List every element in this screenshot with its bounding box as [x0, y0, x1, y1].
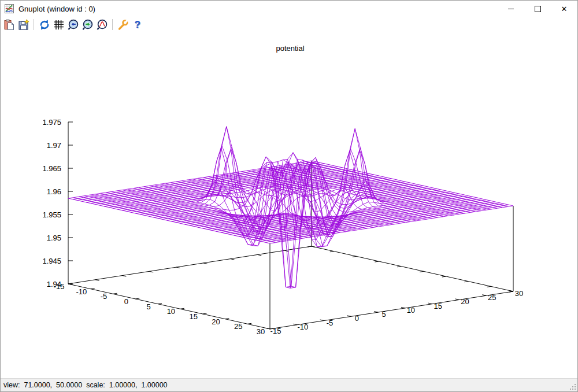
- copy-to-clipboard-icon: [3, 19, 15, 31]
- svg-text:20: 20: [461, 297, 469, 306]
- svg-text:1.94: 1.94: [47, 280, 61, 289]
- svg-text:5: 5: [146, 302, 150, 311]
- svg-text:1.975: 1.975: [42, 118, 61, 127]
- maximize-button[interactable]: [524, 1, 551, 17]
- title-bar[interactable]: Gnuplot (window id : 0) ✕: [1, 1, 577, 17]
- plot-title: potential: [276, 44, 304, 53]
- zoom-next-icon: [82, 19, 94, 31]
- toolbar: ? ?: [1, 17, 577, 33]
- svg-text:5: 5: [381, 310, 386, 319]
- help-icon: ? ?: [132, 19, 143, 31]
- svg-text:?: ?: [134, 19, 140, 30]
- plot-area[interactable]: potential-15-10-5051015202530-15-10-5051…: [1, 32, 578, 380]
- replot-refresh-icon: [39, 19, 50, 31]
- zoom-previous-icon: [68, 19, 79, 31]
- gnuplot-logo-icon: [5, 4, 14, 13]
- window-controls: ✕: [498, 1, 577, 17]
- svg-text:1.965: 1.965: [42, 164, 61, 173]
- zoom-previous-button[interactable]: [66, 18, 80, 31]
- options-button[interactable]: [116, 18, 129, 31]
- svg-text:1.96: 1.96: [47, 187, 61, 196]
- surface-mesh: [68, 127, 513, 289]
- autoscale-icon: [97, 19, 108, 31]
- svg-text:-5: -5: [327, 319, 334, 327]
- view-status-text: view: 71.0000, 50.0000 scale: 1.00000, 1…: [3, 381, 168, 389]
- minimize-icon: [508, 9, 514, 9]
- save-icon: [18, 19, 29, 31]
- svg-text:10: 10: [167, 307, 175, 316]
- resize-grip[interactable]: [570, 384, 576, 390]
- svg-text:15: 15: [433, 302, 442, 310]
- svg-text:-10: -10: [297, 323, 308, 331]
- toolbar-separator: [34, 19, 34, 30]
- svg-text:15: 15: [189, 312, 197, 321]
- svg-text:1.97: 1.97: [47, 141, 61, 150]
- svg-text:1.955: 1.955: [42, 210, 61, 219]
- minimize-button[interactable]: [498, 1, 524, 17]
- save-button[interactable]: [17, 18, 30, 31]
- gnuplot-window: Gnuplot (window id : 0) ✕: [0, 0, 578, 392]
- svg-text:25: 25: [488, 293, 496, 302]
- svg-text:25: 25: [234, 322, 242, 331]
- grid-icon: [53, 19, 65, 31]
- svg-text:0: 0: [124, 297, 128, 306]
- grid-toggle-button[interactable]: [52, 18, 65, 31]
- window-title: Gnuplot (window id : 0): [18, 5, 95, 13]
- svg-text:-10: -10: [76, 287, 87, 296]
- svg-text:30: 30: [515, 289, 523, 298]
- svg-text:-5: -5: [101, 292, 108, 301]
- svg-text:1.95: 1.95: [47, 234, 61, 242]
- svg-text:20: 20: [212, 317, 220, 326]
- svg-text:10: 10: [407, 306, 415, 315]
- zoom-next-button[interactable]: [81, 18, 94, 31]
- help-button[interactable]: ? ?: [131, 18, 144, 31]
- svg-text:potential: potential: [276, 44, 304, 53]
- replot-refresh-button[interactable]: [38, 18, 51, 31]
- svg-text:-15: -15: [271, 327, 281, 335]
- copy-to-clipboard-button[interactable]: [2, 18, 16, 31]
- svg-text:0: 0: [355, 314, 359, 323]
- close-button[interactable]: ✕: [551, 1, 577, 17]
- status-bar: view: 71.0000, 50.0000 scale: 1.00000, 1…: [1, 378, 577, 391]
- toolbar-separator: [112, 19, 113, 30]
- autoscale-button[interactable]: [95, 18, 109, 31]
- close-icon: ✕: [561, 5, 568, 13]
- svg-text:1.945: 1.945: [42, 257, 61, 265]
- svg-text:30: 30: [257, 327, 265, 336]
- maximize-icon: [535, 6, 541, 12]
- plot-canvas[interactable]: potential-15-10-5051015202530-15-10-5051…: [1, 32, 578, 380]
- options-wrench-icon: [117, 19, 129, 31]
